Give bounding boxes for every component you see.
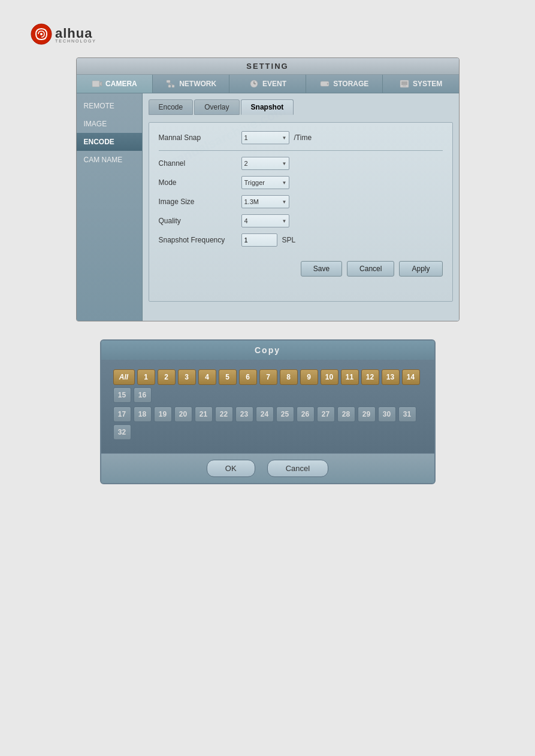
- channel-btn-10[interactable]: 10: [321, 369, 338, 385]
- quality-select[interactable]: 1 2 3 4 5 6: [241, 214, 289, 227]
- copy-ok-button[interactable]: OK: [207, 460, 255, 477]
- nav-tab-network-label: NETWORK: [179, 80, 216, 88]
- channel-select-wrapper: 1 2 3 4: [241, 157, 289, 170]
- sidebar-item-remote[interactable]: REMOTE: [77, 97, 142, 115]
- channel-btn-3[interactable]: 3: [178, 369, 196, 385]
- mode-select[interactable]: Trigger Continuous: [241, 176, 289, 189]
- copy-dialog-body: All 1 2 3 4 5 6 7 8 9 10 11 12 13 14 15 …: [101, 360, 434, 453]
- manual-snap-suffix: /Time: [294, 133, 312, 142]
- channel-btn-29[interactable]: 29: [358, 406, 376, 422]
- nav-tab-storage[interactable]: STORAGE: [306, 75, 383, 93]
- sub-tabs: Encode Overlay Snapshot: [149, 99, 453, 115]
- form-row-manual-snap: Mannal Snap 1 2 3 4 5 /Time: [159, 131, 443, 144]
- manual-snap-label: Mannal Snap: [159, 133, 237, 142]
- form-row-mode: Mode Trigger Continuous: [159, 176, 443, 189]
- channel-select[interactable]: 1 2 3 4: [241, 157, 289, 170]
- channel-btn-27[interactable]: 27: [317, 406, 335, 422]
- channel-btn-31[interactable]: 31: [398, 406, 416, 422]
- channel-btn-18[interactable]: 18: [134, 406, 152, 422]
- channel-btn-22[interactable]: 22: [215, 406, 233, 422]
- manual-snap-select[interactable]: 1 2 3 4 5: [241, 131, 289, 144]
- channel-btn-6[interactable]: 6: [239, 369, 257, 385]
- svg-rect-5: [168, 85, 171, 87]
- channel-btn-21[interactable]: 21: [195, 406, 213, 422]
- copy-dialog: Copy All 1 2 3 4 5 6 7 8 9 10 11 12 13: [100, 339, 436, 484]
- snapshot-frequency-suffix: SPL: [282, 236, 296, 244]
- nav-tab-event[interactable]: EVENT: [229, 75, 306, 93]
- channel-btn-14[interactable]: 14: [402, 369, 420, 385]
- quality-select-wrapper: 1 2 3 4 5 6: [241, 214, 289, 227]
- logo-sub: TECHNOLOGY: [55, 39, 96, 43]
- channel-btn-17[interactable]: 17: [113, 406, 131, 422]
- channel-btn-11[interactable]: 11: [341, 369, 359, 385]
- channel-btn-19[interactable]: 19: [154, 406, 172, 422]
- form-row-image-size: Image Size 1.3M 2M 4M 8M: [159, 195, 443, 208]
- nav-tab-system[interactable]: SYSTEM: [383, 75, 459, 93]
- form-row-channel: Channel 1 2 3 4: [159, 157, 443, 170]
- channel-btn-26[interactable]: 26: [297, 406, 315, 422]
- form-row-snapshot-frequency: Snapshot Frequency SPL: [159, 233, 443, 247]
- channel-btn-15[interactable]: 15: [113, 387, 131, 403]
- sub-tab-overlay[interactable]: Overlay: [194, 99, 239, 115]
- channel-btn-7[interactable]: 7: [259, 369, 277, 385]
- copy-dialog-title: Copy: [101, 341, 434, 360]
- channel-btn-28[interactable]: 28: [337, 406, 355, 422]
- action-buttons: Save Cancel Apply: [159, 256, 443, 277]
- svg-marker-3: [99, 81, 102, 86]
- channel-btn-20[interactable]: 20: [174, 406, 192, 422]
- channel-btn-13[interactable]: 13: [382, 369, 400, 385]
- sub-tab-snapshot[interactable]: Snapshot: [241, 99, 294, 115]
- svg-rect-6: [172, 85, 174, 87]
- channel-btn-4[interactable]: 4: [198, 369, 216, 385]
- event-nav-icon: [249, 79, 259, 89]
- camera-nav-icon: [92, 79, 102, 89]
- copy-cancel-button[interactable]: Cancel: [267, 460, 328, 477]
- svg-point-13: [327, 83, 329, 85]
- window-title: SETTING: [77, 58, 459, 75]
- image-size-select[interactable]: 1.3M 2M 4M 8M: [241, 195, 289, 208]
- channel-btn-9[interactable]: 9: [300, 369, 318, 385]
- channel-btn-30[interactable]: 30: [378, 406, 396, 422]
- sidebar-item-image[interactable]: IMAGE: [77, 115, 142, 133]
- sidebar: REMOTE IMAGE ENCODE CAM NAME: [77, 93, 143, 321]
- sidebar-item-cam-name[interactable]: CAM NAME: [77, 151, 142, 169]
- nav-tabs: CAMERA NETWORK EVENT: [77, 75, 459, 93]
- sidebar-item-encode[interactable]: ENCODE: [77, 133, 142, 151]
- quality-label: Quality: [159, 217, 237, 225]
- channel-btn-23[interactable]: 23: [235, 406, 253, 422]
- nav-tab-system-label: SYSTEM: [413, 80, 442, 88]
- channel-btn-24[interactable]: 24: [256, 406, 274, 422]
- apply-button[interactable]: Apply: [399, 261, 442, 277]
- mode-select-wrapper: Trigger Continuous: [241, 176, 289, 189]
- channel-label: Channel: [159, 159, 237, 168]
- channel-btn-2[interactable]: 2: [158, 369, 176, 385]
- dahua-logo-icon: [30, 23, 53, 45]
- channel-btn-1[interactable]: 1: [137, 369, 155, 385]
- svg-rect-4: [167, 80, 170, 83]
- svg-rect-2: [92, 81, 99, 87]
- svg-point-1: [40, 33, 43, 35]
- cancel-button[interactable]: Cancel: [347, 261, 394, 277]
- nav-tab-network[interactable]: NETWORK: [153, 75, 229, 93]
- channel-btn-16[interactable]: 16: [134, 387, 152, 403]
- nav-tab-storage-label: STORAGE: [333, 80, 368, 88]
- copy-dialog-footer: OK Cancel: [101, 453, 434, 483]
- body-layout: REMOTE IMAGE ENCODE CAM NAME manualsarch…: [77, 93, 459, 321]
- snapshot-frequency-label: Snapshot Frequency: [159, 236, 237, 244]
- main-window: SETTING CAMERA NETWORK: [76, 57, 460, 321]
- nav-tab-camera[interactable]: CAMERA: [77, 75, 153, 93]
- sub-tab-encode[interactable]: Encode: [149, 99, 194, 115]
- channel-btn-5[interactable]: 5: [219, 369, 237, 385]
- svg-rect-16: [403, 86, 406, 86]
- channel-btn-8[interactable]: 8: [280, 369, 298, 385]
- image-size-label: Image Size: [159, 198, 237, 206]
- channel-btn-32[interactable]: 32: [113, 424, 131, 440]
- network-nav-icon: [165, 79, 176, 89]
- save-button[interactable]: Save: [301, 261, 342, 277]
- form-divider: [159, 150, 443, 151]
- channel-btn-12[interactable]: 12: [361, 369, 379, 385]
- snapshot-frequency-input[interactable]: [241, 233, 277, 247]
- channel-btn-all[interactable]: All: [113, 369, 135, 385]
- channel-btn-25[interactable]: 25: [276, 406, 294, 422]
- nav-tab-camera-label: CAMERA: [105, 80, 137, 88]
